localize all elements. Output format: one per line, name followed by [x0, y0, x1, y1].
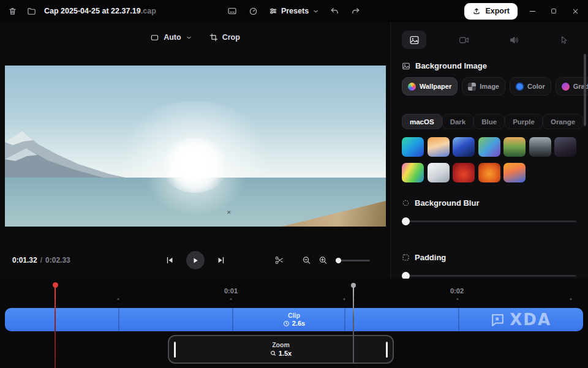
color-swatch-icon [516, 83, 524, 91]
ruler-dot [570, 298, 572, 300]
clip-label: Clip [283, 312, 305, 320]
titlebar-center: Presets [226, 5, 362, 17]
open-project-button[interactable] [25, 5, 37, 17]
tab-cursor[interactable] [552, 31, 576, 49]
wallpaper-thumb[interactable] [428, 163, 450, 182]
presets-button[interactable]: Presets [269, 7, 319, 15]
zoom-segment-right-handle[interactable] [386, 342, 388, 358]
category-macos-label: macOS [410, 118, 434, 126]
chevron-down-icon [186, 34, 192, 41]
settings-panel: Background Image Wallpaper Image Color G… [390, 22, 588, 279]
scissors-icon [274, 255, 284, 265]
redo-button[interactable] [350, 5, 362, 17]
split-clip-button[interactable] [274, 255, 284, 265]
wallpaper-thumb[interactable] [529, 137, 551, 157]
timer-button[interactable] [247, 5, 260, 17]
source-wallpaper-button[interactable]: Wallpaper [402, 77, 458, 96]
ruler-dot [457, 298, 459, 300]
source-color-button[interactable]: Color [510, 77, 551, 96]
redo-icon [351, 6, 361, 16]
panel-scrollbar[interactable] [584, 54, 586, 126]
background-blur-handle[interactable] [402, 217, 410, 225]
zoom-in-button[interactable] [318, 256, 328, 265]
source-gradient-button[interactable]: Gradient [556, 77, 588, 96]
wallpaper-thumb[interactable] [402, 163, 424, 182]
padding-header: Padding [402, 253, 576, 262]
category-purple[interactable]: Purple [505, 114, 543, 129]
wallpaper-categories: macOS Dark Blue Purple Orange [402, 114, 576, 129]
category-blue[interactable]: Blue [473, 114, 505, 129]
background-image-header: Background Image [402, 61, 576, 70]
project-title-extension: .cap [141, 7, 156, 15]
wallpaper-thumb[interactable] [478, 163, 500, 182]
maximize-button[interactable] [547, 5, 560, 17]
crop-button[interactable]: Crop [209, 33, 240, 42]
xda-watermark: XDA [490, 310, 551, 329]
source-image-button[interactable]: Image [462, 77, 505, 96]
cap-app-window: Cap 2025-04-25 at 22.37.19.cap Presets [0, 0, 588, 368]
captions-button[interactable] [226, 5, 238, 17]
play-icon [191, 257, 199, 265]
tab-audio[interactable] [502, 31, 526, 49]
captions-icon [227, 6, 237, 16]
category-macos[interactable]: macOS [402, 114, 442, 129]
wallpaper-thumb[interactable] [428, 137, 450, 157]
maximize-icon [550, 7, 557, 15]
category-blue-label: Blue [481, 118, 497, 126]
wallpaper-thumb[interactable] [554, 137, 576, 157]
aspect-ratio-icon [150, 33, 159, 42]
titlebar-right: Export [362, 3, 582, 20]
delete-project-button[interactable] [6, 5, 18, 17]
close-button[interactable] [568, 5, 582, 17]
previous-frame-button[interactable] [164, 255, 175, 266]
export-button[interactable]: Export [464, 3, 518, 20]
crop-label: Crop [222, 33, 240, 42]
background-image-label: Background Image [415, 61, 487, 70]
source-image-label: Image [480, 83, 499, 90]
clip-divider [344, 308, 345, 331]
minimize-button[interactable] [526, 5, 539, 17]
wallpaper-thumb[interactable] [503, 163, 526, 182]
zoom-out-icon [302, 256, 311, 265]
wallpaper-thumb[interactable] [503, 137, 526, 157]
ruler-label: 0:02 [450, 287, 464, 295]
timeline-zoom-slider-handle[interactable] [336, 258, 341, 263]
transport-buttons [0, 250, 390, 271]
auto-aspect-label: Auto [164, 33, 181, 42]
project-title: Cap 2025-04-25 at 22.37.19.cap [44, 7, 156, 15]
playback-controls: 0:01.32/0:02.33 [0, 250, 390, 271]
category-orange[interactable]: Orange [543, 114, 583, 129]
zoom-segment[interactable]: Zoom 1.5x [168, 335, 394, 364]
background-blur-slider[interactable] [402, 217, 576, 225]
source-color-label: Color [527, 83, 545, 90]
zoom-out-button[interactable] [302, 256, 311, 265]
video-preview[interactable]: ✕ [5, 66, 386, 227]
wallpaper-thumb[interactable] [402, 137, 424, 157]
padding-slider[interactable] [402, 272, 576, 279]
presets-label: Presets [281, 7, 309, 15]
category-dark[interactable]: Dark [442, 114, 474, 129]
clip-segment[interactable]: Clip 2.6s XDA [5, 308, 583, 331]
timeline-zoom-slider[interactable] [336, 257, 370, 264]
tab-camera[interactable] [452, 31, 477, 49]
wallpaper-thumb[interactable] [453, 163, 475, 182]
tab-background[interactable] [402, 31, 426, 49]
export-label: Export [485, 7, 510, 15]
zoom-segment-left-handle[interactable] [174, 342, 176, 358]
auto-aspect-button[interactable]: Auto [150, 33, 192, 42]
wallpaper-thumb[interactable] [453, 137, 475, 157]
xda-logo-icon [490, 312, 505, 328]
ruler-label: 0:01 [224, 287, 238, 295]
wallpaper-icon [408, 83, 416, 91]
blur-icon [402, 199, 410, 207]
timeline[interactable]: 0:01 0:02 Clip 2.6s XDA [0, 279, 588, 368]
playhead-line [55, 287, 56, 368]
padding-handle[interactable] [402, 272, 410, 279]
clip-divider [458, 308, 459, 331]
clip-divider [118, 308, 119, 331]
play-button[interactable] [186, 251, 205, 269]
next-frame-button[interactable] [216, 255, 227, 266]
background-blur-header: Background Blur [402, 198, 576, 208]
undo-button[interactable] [328, 5, 341, 17]
wallpaper-thumb[interactable] [478, 137, 500, 157]
